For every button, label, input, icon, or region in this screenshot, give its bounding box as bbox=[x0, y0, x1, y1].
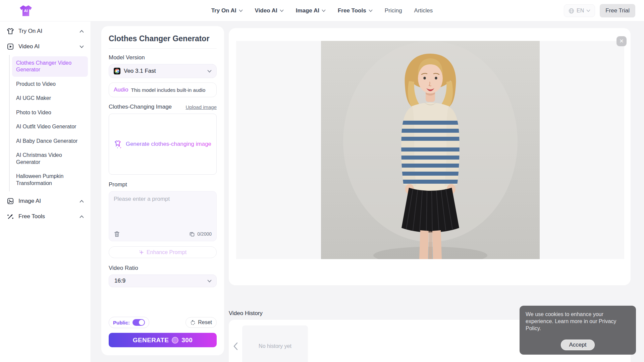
header-right: EN Free Trial bbox=[564, 0, 635, 21]
generate-button[interactable]: GENERATE 300 bbox=[109, 333, 217, 347]
preview-area bbox=[236, 41, 624, 259]
enhance-prompt-label: Enhance Prompt bbox=[147, 249, 186, 255]
clothes-generate-icon bbox=[114, 140, 123, 148]
nav-label: Video AI bbox=[255, 7, 277, 14]
sidebar-item-try-on-ai[interactable]: Try On AI bbox=[0, 23, 91, 39]
clothes-image-dropzone[interactable]: Generate clothes-changing image bbox=[109, 114, 217, 175]
image-icon bbox=[7, 197, 14, 205]
submenu-photo-to-video[interactable]: Photo to Video bbox=[12, 106, 88, 119]
sidebar: Try On AI Video AI Clothes Changer Video… bbox=[0, 21, 91, 362]
sparkle-icon bbox=[139, 250, 144, 255]
history-empty-placeholder: No history yet bbox=[242, 325, 308, 362]
prompt-label: Prompt bbox=[109, 181, 217, 188]
video-ratio-select[interactable]: 16:9 bbox=[109, 275, 217, 287]
nav-video-ai[interactable]: Video AI bbox=[255, 7, 284, 14]
language-selector[interactable]: EN bbox=[564, 4, 595, 17]
cookie-message: We use cookies to enhance your experienc… bbox=[526, 311, 603, 324]
credit-cost: 300 bbox=[181, 337, 193, 344]
sidebar-item-image-ai[interactable]: Image AI bbox=[0, 193, 91, 209]
nav-label: Free Tools bbox=[338, 7, 366, 14]
submenu-halloween-pumpkin-transformation[interactable]: Halloween Pumpkin Transformation bbox=[12, 170, 88, 190]
close-preview-button[interactable]: ✕ bbox=[616, 36, 627, 46]
chevron-down-icon bbox=[79, 45, 84, 48]
prompt-footer: 0/2000 bbox=[109, 227, 216, 241]
preview-card: ✕ bbox=[229, 28, 631, 285]
chevron-down-icon bbox=[207, 70, 212, 73]
language-code: EN bbox=[577, 8, 584, 14]
chevron-down-icon bbox=[369, 9, 373, 12]
google-logo-icon bbox=[114, 68, 120, 74]
sidebar-item-free-tools[interactable]: Free Tools bbox=[0, 209, 91, 224]
audio-note: This model includes built-in audio bbox=[131, 87, 205, 93]
submenu-ai-baby-dance-generator[interactable]: AI Baby Dance Generator bbox=[12, 134, 88, 148]
sidebar-item-label: Video AI bbox=[18, 43, 40, 50]
upload-image-link[interactable]: Upload image bbox=[185, 104, 217, 110]
clothes-image-label: Clothes-Changing Image bbox=[109, 104, 172, 110]
video-play-icon bbox=[7, 43, 14, 50]
chevron-down-icon bbox=[207, 280, 212, 283]
generate-label: GENERATE bbox=[133, 337, 169, 344]
audio-badge: Audio bbox=[114, 86, 128, 93]
video-ai-submenu: Clothes Changer Video Generator Product … bbox=[9, 55, 88, 191]
submenu-clothes-changer-video-generator[interactable]: Clothes Changer Video Generator bbox=[12, 56, 88, 77]
trash-icon[interactable] bbox=[114, 231, 120, 237]
prompt-box: 0/2000 bbox=[109, 191, 217, 241]
chevron-down-icon bbox=[280, 9, 284, 12]
tshirt-icon bbox=[7, 27, 14, 35]
cookie-banner: We use cookies to enhance your experienc… bbox=[520, 306, 636, 355]
audio-info-box: Audio This model includes built-in audio bbox=[109, 82, 217, 97]
reset-button[interactable]: Reset bbox=[185, 317, 217, 328]
nav-label: Image AI bbox=[296, 7, 319, 14]
chevron-down-icon bbox=[322, 9, 326, 12]
sidebar-item-video-ai[interactable]: Video AI bbox=[0, 39, 91, 54]
generator-form-card: Clothes Changer Generator Model Version … bbox=[101, 26, 224, 355]
form-bottom-controls: Public: Reset GENERATE 300 bbox=[109, 317, 217, 347]
credit-coin-icon bbox=[172, 337, 178, 344]
magic-wand-icon bbox=[7, 213, 14, 220]
globe-icon bbox=[569, 8, 574, 14]
page-title: Clothes Changer Generator bbox=[109, 34, 217, 49]
nav-pricing[interactable]: Pricing bbox=[385, 7, 402, 14]
sidebar-item-label: Try On AI bbox=[18, 28, 42, 35]
chevron-down-icon bbox=[239, 9, 243, 12]
toggle-on-switch[interactable] bbox=[132, 319, 145, 326]
copy-icon[interactable] bbox=[189, 231, 195, 237]
chevron-up-icon bbox=[79, 200, 84, 203]
video-ratio-label: Video Ratio bbox=[109, 265, 217, 272]
chevron-up-icon bbox=[79, 215, 84, 218]
top-header: AI Try On AI Video AI Image AI Free Tool… bbox=[0, 0, 644, 21]
submenu-ai-christmas-video-generator[interactable]: AI Christmas Video Generator bbox=[12, 148, 88, 169]
history-empty-text: No history yet bbox=[259, 343, 291, 349]
submenu-ai-outfit-video-generator[interactable]: AI Outfit Video Generator bbox=[12, 120, 88, 133]
reset-label: Reset bbox=[198, 319, 212, 325]
nav-articles[interactable]: Articles bbox=[414, 7, 433, 14]
video-ratio-value: 16:9 bbox=[114, 278, 125, 284]
sidebar-item-label: Image AI bbox=[18, 198, 41, 204]
enhance-prompt-button[interactable]: Enhance Prompt bbox=[109, 246, 217, 258]
submenu-ai-ugc-maker[interactable]: AI UGC Maker bbox=[12, 92, 88, 105]
nav-try-on-ai[interactable]: Try On AI bbox=[211, 7, 243, 14]
nav-label: Try On AI bbox=[211, 7, 236, 14]
nav-free-tools[interactable]: Free Tools bbox=[338, 7, 373, 14]
chevron-up-icon bbox=[79, 30, 84, 33]
history-prev-arrow[interactable] bbox=[233, 342, 238, 350]
model-version-label: Model Version bbox=[109, 54, 217, 61]
model-version-value: Veo 3.1 Fast bbox=[124, 68, 156, 74]
chevron-down-icon bbox=[586, 9, 590, 12]
prompt-input[interactable] bbox=[109, 191, 216, 227]
model-version-select[interactable]: Veo 3.1 Fast bbox=[109, 64, 217, 78]
free-trial-button[interactable]: Free Trial bbox=[600, 4, 635, 17]
public-label: Public: bbox=[113, 320, 130, 325]
nav-label: Articles bbox=[414, 7, 433, 14]
accept-cookies-button[interactable]: Accept bbox=[561, 340, 595, 350]
nav-image-ai[interactable]: Image AI bbox=[296, 7, 326, 14]
video-history-title: Video History bbox=[229, 310, 263, 317]
char-counter: 0/2000 bbox=[197, 231, 212, 237]
generate-clothes-image-link[interactable]: Generate clothes-changing image bbox=[126, 141, 211, 147]
public-toggle[interactable]: Public: bbox=[109, 317, 149, 328]
nav-label: Pricing bbox=[385, 7, 402, 14]
submenu-product-to-video[interactable]: Product to Video bbox=[12, 77, 88, 91]
sidebar-item-label: Free Tools bbox=[18, 213, 45, 220]
reset-icon bbox=[190, 320, 196, 325]
main-nav: Try On AI Video AI Image AI Free Tools P… bbox=[0, 0, 644, 21]
